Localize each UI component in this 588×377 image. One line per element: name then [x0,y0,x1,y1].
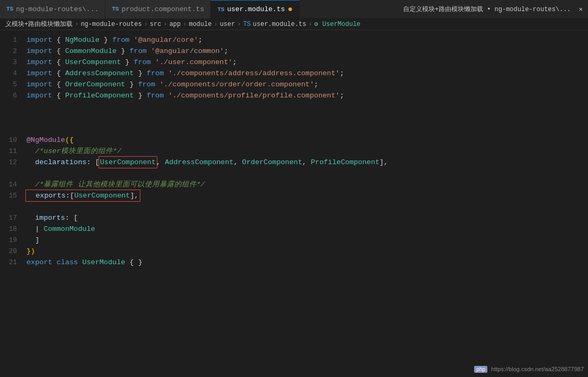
breadcrumb-user-module-ts[interactable]: user.module.ts [253,21,306,28]
breadcrumb-src[interactable]: src [150,21,162,28]
code-line-14: /*暴露组件 让其他模块里面可以使用暴露的组件*/ [26,179,588,190]
ts-icon-3: TS [217,6,224,13]
code-line-4: import { AddressComponent } from './comp… [26,68,588,79]
code-area[interactable]: import { NgModule } from '@angular/core'… [22,30,588,377]
breadcrumb-module[interactable]: module [189,21,211,28]
breadcrumb-ts-icon: TS [243,21,251,28]
code-line-2: import { CommonModule } from '@angular/c… [26,46,588,57]
watermark-url: https://blog.csdn.net/aa2528877987 [491,366,584,372]
code-line-9 [26,123,588,134]
breadcrumb-user-module: UserModule [323,21,361,28]
code-line-12: declarations: [UserComponent, AddressCom… [26,157,588,168]
tab-product[interactable]: TS product.component.ts [105,0,211,19]
code-line-1: import { NgModule } from '@angular/core'… [26,34,588,46]
tab-ng-module[interactable]: TS ng-module-routes\... [0,0,105,19]
code-line-8 [26,112,588,123]
ts-icon-1: TS [6,6,13,12]
tab-extra-label: 自定义模块+路由模块懒加载 • ng-module-routes\... ✕ [398,5,588,14]
code-line-7 [26,101,588,112]
line-numbers: 1 2 3 4 5 6 10 11 12 14 15 17 18 19 20 2… [0,30,22,377]
code-line-17: imports: [ [26,212,588,223]
breadcrumb-user[interactable]: user [220,21,235,28]
breadcrumb-义模块: 义模块+路由模块懒加载 [5,20,73,29]
code-line-20: }) [26,246,588,257]
highlight-exports: exports:[UserComponent], [25,190,140,202]
code-line-10: @NgModule({ [26,134,588,146]
close-tab-button[interactable]: ✕ [579,6,583,13]
code-line-16 [26,201,588,212]
code-line-15: exports:[UserComponent], [26,190,588,201]
breadcrumb-app[interactable]: app [170,21,181,28]
tab-label-1: ng-module-routes\... [16,5,99,13]
breadcrumb-class-icon: ⚙ [314,20,318,28]
code-line-3: import { UserComponent } from './user.co… [26,57,588,68]
ts-icon-2: TS [112,6,119,12]
code-line-13 [26,168,588,179]
watermark: php https://blog.csdn.net/aa2528877987 [474,366,584,373]
code-line-18: | CommonModule [26,223,588,235]
code-line-11: /*user模块里面的组件*/ [26,146,588,157]
tab-label-2: product.component.ts [121,5,204,13]
tab-user-module[interactable]: TS user.module.ts ● [211,0,299,19]
tab-bar: TS ng-module-routes\... TS product.compo… [0,0,588,19]
breadcrumb-ng-module-routes[interactable]: ng-module-routes [81,21,141,28]
code-line-6: import { ProfileComponent } from './comp… [26,90,588,101]
code-line-21: export class UserModule { } [26,257,588,268]
highlight-user-component: UserComponent [99,156,157,168]
breadcrumb: 义模块+路由模块懒加载 › ng-module-routes › src › a… [0,19,588,30]
code-line-5: import { OrderComponent } from './compon… [26,79,588,90]
php-badge: php [474,366,487,373]
editor: 1 2 3 4 5 6 10 11 12 14 15 17 18 19 20 2… [0,30,588,377]
unsaved-dot: ● [288,5,293,14]
code-line-19: ] [26,235,588,246]
tab-label-3: user.module.ts [227,5,285,13]
